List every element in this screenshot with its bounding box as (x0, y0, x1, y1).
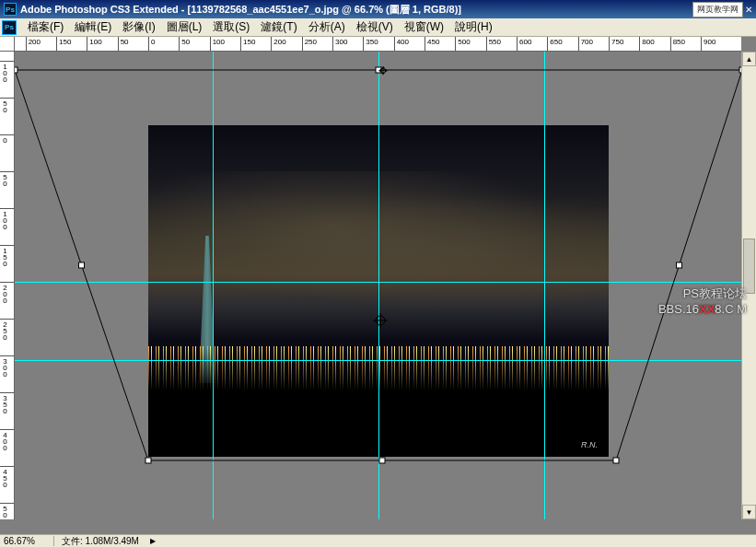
ruler-h-tick: 800 (639, 37, 640, 52)
ruler-h-tick: 500 (455, 37, 456, 52)
ruler-v-tick: 300 (0, 355, 15, 356)
ruler-v-tick: 100 (0, 208, 15, 209)
menu-view[interactable]: 檢視(V) (351, 17, 399, 37)
transform-handle[interactable] (677, 262, 682, 268)
ruler-h-tick: 300 (332, 37, 333, 52)
menu-edit[interactable]: 編輯(E) (69, 17, 117, 37)
info-flyout-icon[interactable]: ▶ (150, 537, 156, 545)
statusbar: 66.67% 文件: 1.08M/3.49M ▶ (0, 534, 756, 547)
scroll-down-arrow[interactable]: ▼ (742, 505, 756, 519)
ruler-v-tick: 150 (0, 245, 15, 246)
ruler-h-tick: 200 (26, 37, 27, 52)
transform-handle[interactable] (79, 262, 85, 268)
app-icon: Ps (4, 3, 17, 16)
forum-watermark: PS教程论坛 BBS.16XX8.C M (658, 285, 747, 316)
document-icon[interactable]: Ps (2, 20, 17, 35)
zoom-level[interactable]: 66.67% (4, 536, 54, 546)
ruler-h-tick: 700 (578, 37, 579, 52)
ruler-h-tick: 100 (210, 37, 211, 52)
free-transform-bounds[interactable] (15, 52, 741, 519)
menu-filter[interactable]: 濾鏡(T) (255, 17, 302, 37)
ruler-h-tick: 450 (425, 37, 425, 52)
ruler-v-tick: 400 (0, 429, 15, 430)
titlebar: Ps Adobe Photoshop CS3 Extended - [11397… (0, 0, 756, 18)
menu-window[interactable]: 視窗(W) (399, 17, 449, 37)
ruler-h-tick: 200 (271, 37, 272, 52)
workspace: 2001501005005010015020025030035040045050… (0, 37, 756, 534)
ruler-v-tick: 50 (0, 98, 15, 99)
ruler-vertical[interactable]: 10050050100150200250300350400450500 (0, 52, 15, 519)
canvas-area[interactable]: R.N. ✥ (15, 52, 741, 519)
ruler-h-tick: 550 (486, 37, 487, 52)
site-watermark-badge: 网页教学网 (692, 2, 743, 17)
ruler-h-tick: 50 (179, 37, 180, 52)
ruler-h-tick: 350 (363, 37, 364, 52)
ruler-horizontal[interactable]: 2001501005005010015020025030035040045050… (15, 37, 741, 52)
transform-handle[interactable] (613, 458, 619, 463)
menu-select[interactable]: 選取(S) (207, 17, 255, 37)
ruler-h-tick: 250 (302, 37, 303, 52)
document-size-info[interactable]: 文件: 1.08M/3.49M (54, 535, 146, 548)
ruler-v-tick: 100 (0, 61, 15, 62)
watermark-line2: BBS.16XX8.C M (658, 302, 747, 316)
ruler-v-tick: 50 (0, 171, 15, 172)
transform-handle[interactable] (15, 67, 17, 73)
transform-handle[interactable] (379, 458, 385, 463)
ruler-h-tick: 150 (240, 37, 241, 52)
ruler-h-tick: 100 (87, 37, 87, 52)
ruler-h-tick: 0 (148, 37, 149, 52)
ruler-h-tick: 50 (118, 37, 119, 52)
ruler-h-tick: 600 (517, 37, 518, 52)
ruler-v-tick: 350 (0, 392, 15, 393)
ruler-h-tick: 650 (547, 37, 548, 52)
ruler-v-tick: 450 (0, 466, 15, 467)
menu-image[interactable]: 影像(I) (117, 17, 160, 37)
menu-analysis[interactable]: 分析(A) (303, 17, 351, 37)
move-cursor-icon: ✥ (378, 64, 388, 77)
ruler-v-tick: 250 (0, 319, 15, 320)
ruler-h-tick: 850 (670, 37, 671, 52)
menu-help[interactable]: 說明(H) (449, 17, 498, 37)
ruler-v-tick: 200 (0, 282, 15, 283)
menu-layer[interactable]: 圖層(L) (161, 17, 208, 37)
close-icon[interactable]: ✕ (745, 5, 752, 15)
menubar: Ps 檔案(F) 編輯(E) 影像(I) 圖層(L) 選取(S) 濾鏡(T) 分… (0, 18, 756, 37)
ruler-h-tick: 750 (609, 37, 610, 52)
ruler-origin[interactable] (0, 37, 15, 52)
ruler-h-tick: 150 (56, 37, 57, 52)
transform-handle[interactable] (739, 67, 741, 73)
menu-file[interactable]: 檔案(F) (22, 17, 69, 37)
ruler-v-tick: 0 (0, 134, 15, 135)
watermark-line1: PS教程论坛 (658, 285, 747, 302)
transform-handle[interactable] (145, 458, 151, 463)
transform-center-icon[interactable] (373, 313, 388, 328)
ruler-v-tick: 500 (0, 503, 15, 504)
ruler-h-tick: 400 (394, 37, 395, 52)
ruler-h-tick: 900 (701, 37, 702, 52)
window-title: Adobe Photoshop CS3 Extended - [11397825… (20, 3, 461, 17)
scroll-up-arrow[interactable]: ▲ (742, 52, 756, 66)
